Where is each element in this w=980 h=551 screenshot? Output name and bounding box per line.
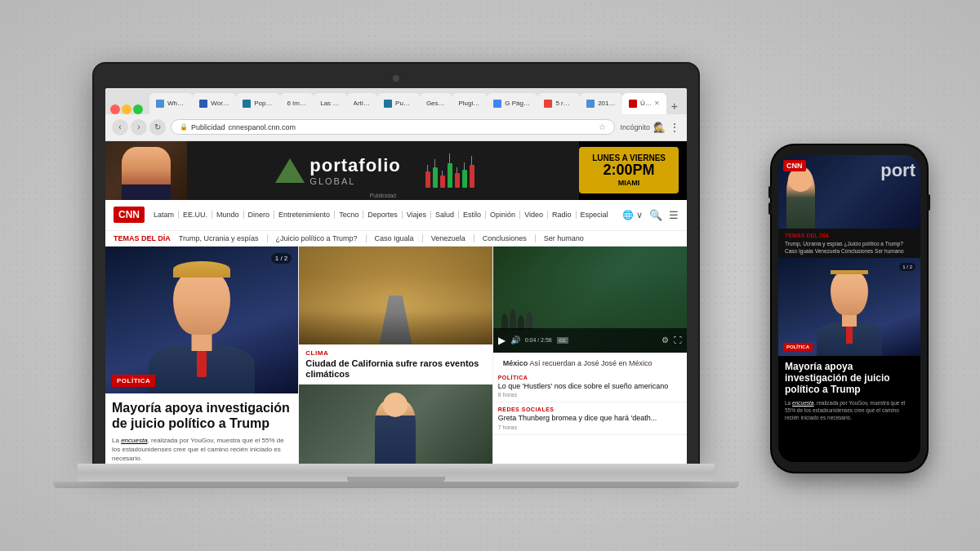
ad-candles-chart [425, 153, 474, 188]
settings-icon[interactable]: ⚙ [662, 335, 669, 344]
phone-story-title[interactable]: Mayoría apoya investigación de juicio po… [785, 361, 914, 396]
browser-tab[interactable]: Word... [193, 93, 236, 114]
candle-body [455, 173, 460, 188]
temas-link-iguala[interactable]: Caso Iguala [375, 234, 423, 242]
maximize-button[interactable] [133, 104, 143, 114]
main-story-image: POLÍTICA 1 / 2 [105, 247, 298, 393]
play-icon[interactable]: ▶ [498, 335, 506, 346]
temas-link-trump[interactable]: Trump, Ucrania y espías [179, 234, 268, 242]
bookmark-icon[interactable]: ☆ [599, 122, 606, 131]
cnn-logo[interactable]: CNN [114, 207, 145, 223]
candle-wick [471, 156, 472, 165]
phone-temas-link-venezuela[interactable]: Venezuela [815, 248, 840, 254]
temas-bar: TEMAS DEL DÍA Trump, Ucrania y espías ¿J… [105, 231, 687, 247]
cc-label[interactable]: CC [557, 337, 569, 344]
nav-link-eeuu[interactable]: EE.UU. [179, 211, 212, 219]
browser-tabs: Why ▼ Word... Popul... 6 Imp... [105, 88, 687, 114]
right-story-label-mexico: México Así recuerdan a José José en Méxi… [498, 356, 682, 369]
right-story-item-politica[interactable]: POLÍTICA Lo que 'Hustlers' nos dice sobr… [493, 371, 687, 403]
browser-tab[interactable]: Las 1... [314, 93, 346, 114]
close-button[interactable] [110, 104, 120, 114]
nav-link-tecno[interactable]: Tecno [335, 211, 363, 219]
main-story[interactable]: POLÍTICA 1 / 2 Mayoría apoya investigaci… [105, 247, 299, 464]
phone-vol-up-button[interactable] [768, 186, 772, 198]
phone-power-button[interactable] [927, 194, 930, 211]
phone-temas-link-conclusiones[interactable]: Conclusiones [841, 248, 873, 254]
browser-tab[interactable]: 5 raz... [537, 93, 580, 114]
reload-button[interactable]: ↻ [149, 119, 166, 136]
ad-banner: portafolio GLOBAL [105, 141, 687, 200]
browser-tab[interactable]: Publi... [377, 93, 420, 114]
story-description: La encuesta, realizada por YouGov, muest… [112, 436, 292, 464]
incognito-area: Incógnito 🕵 ⋮ [620, 121, 680, 134]
incognito-icon: 🕵 [653, 122, 666, 133]
browser-tab[interactable]: G Págin... [487, 93, 537, 114]
phone-header-image: CNN port [778, 155, 920, 229]
tab-label-word: Word... [211, 100, 229, 107]
mid-story-title[interactable]: Ciudad de California sufre raros eventos… [299, 358, 492, 384]
browser-tab[interactable]: Gesti... [420, 93, 452, 114]
tab-label-g: G Págin... [505, 100, 531, 107]
nav-link-deportes[interactable]: Deportes [363, 211, 403, 219]
nav-link-radio[interactable]: Radio [548, 211, 577, 219]
nav-link-video[interactable]: Video [520, 211, 548, 219]
nav-link-salud[interactable]: Salud [431, 211, 459, 219]
candle-wick [449, 153, 450, 163]
phone-device: CNN port TEMAS DEL DÍA Trump, Ucrania y … [772, 145, 927, 472]
story-desc-link[interactable]: encuesta [121, 437, 147, 444]
phone-temas-link-juicio[interactable]: ¿Juicio político a Trump? [844, 241, 903, 247]
tab-label-why: Why ▼ [167, 100, 186, 107]
browser-tab[interactable]: 2016... [580, 93, 622, 114]
temas-link-venezuela[interactable]: Venezuela [431, 234, 474, 242]
item-time-politica: 8 horas [498, 392, 682, 398]
address-url: cnnespanol.cnn.com [229, 123, 296, 131]
video-story[interactable]: ▶ 🔊 0:04 / 2:58 CC ⚙ ⛶ [493, 247, 687, 353]
new-tab-button[interactable]: + [666, 98, 682, 114]
browser-tab[interactable]: Plugin... [452, 93, 487, 114]
triangle-icon [275, 158, 305, 183]
right-story-item-redes[interactable]: REDES SOCIALES Greta Thunberg bromea y d… [493, 402, 687, 435]
temas-link-juicio[interactable]: ¿Juicio político a Trump? [276, 234, 367, 242]
browser-tab[interactable]: Why ▼ [149, 93, 193, 114]
forward-button[interactable]: › [131, 119, 147, 136]
back-button[interactable]: ‹ [112, 119, 128, 136]
phone-temas-link-trump[interactable]: Trump, Ucrania y espías [785, 241, 843, 247]
right-story-mexico[interactable]: México Así recuerdan a José José en Méxi… [493, 353, 687, 371]
phone-temas-link-iguala[interactable]: Caso Iguala [785, 248, 813, 254]
temas-link-ser-humano[interactable]: Ser humano [544, 234, 592, 242]
nav-link-estilo[interactable]: Estilo [459, 211, 486, 219]
incognito-label: Incógnito [620, 123, 650, 131]
nav-link-dinero[interactable]: Dinero [244, 211, 275, 219]
fullscreen-icon[interactable]: ⛶ [674, 335, 682, 344]
tab-favicon-publi [384, 100, 392, 108]
nav-link-opinion[interactable]: Opinión [486, 211, 520, 219]
address-text: Publicidad [191, 123, 225, 131]
tab-close-icon[interactable]: ✕ [654, 100, 660, 107]
browser-tab-active[interactable]: Últ... ✕ [622, 93, 667, 114]
menu-icon[interactable]: ⋮ [669, 121, 680, 134]
phone-desc-link[interactable]: encuesta [792, 400, 813, 406]
browser-tab[interactable]: 6 Imp... [280, 93, 314, 114]
nav-link-mundo[interactable]: Mundo [212, 211, 244, 219]
nav-link-latam[interactable]: Latam [149, 211, 179, 219]
browser-tab[interactable]: Artíc... [347, 93, 378, 114]
volume-icon[interactable]: 🔊 [510, 335, 520, 344]
phone-temas-link-ser-humano[interactable]: Ser humano [875, 248, 903, 254]
temas-link-conclusiones[interactable]: Conclusiones [483, 234, 536, 242]
story-content: Mayoría apoya investigación de juicio po… [105, 393, 298, 464]
phone-cnn-website: CNN port TEMAS DEL DÍA Trump, Ucrania y … [778, 155, 920, 462]
item-title-greta: Greta Thunberg bromea y dice que hará 'd… [498, 414, 682, 423]
nav-link-entretenimiento[interactable]: Entretenimiento [274, 211, 335, 219]
search-icon[interactable]: 🔍 [649, 209, 662, 221]
phone-vol-down-button[interactable] [768, 202, 772, 215]
ad-logo: portafolio GLOBAL [275, 155, 400, 186]
address-bar[interactable]: 🔒 Publicidad cnnespanol.cnn.com ☆ [171, 119, 615, 135]
candle-wick [434, 159, 435, 167]
candle-wick [427, 165, 428, 171]
nav-link-especial[interactable]: Especial [577, 211, 612, 219]
nav-link-viajes[interactable]: Viajes [403, 211, 431, 219]
menu-hamburger-icon[interactable]: ☰ [669, 209, 679, 221]
globe-icon[interactable]: 🌐 ∨ [622, 210, 643, 220]
browser-tab[interactable]: Popul... [236, 93, 280, 114]
minimize-button[interactable] [122, 104, 131, 114]
